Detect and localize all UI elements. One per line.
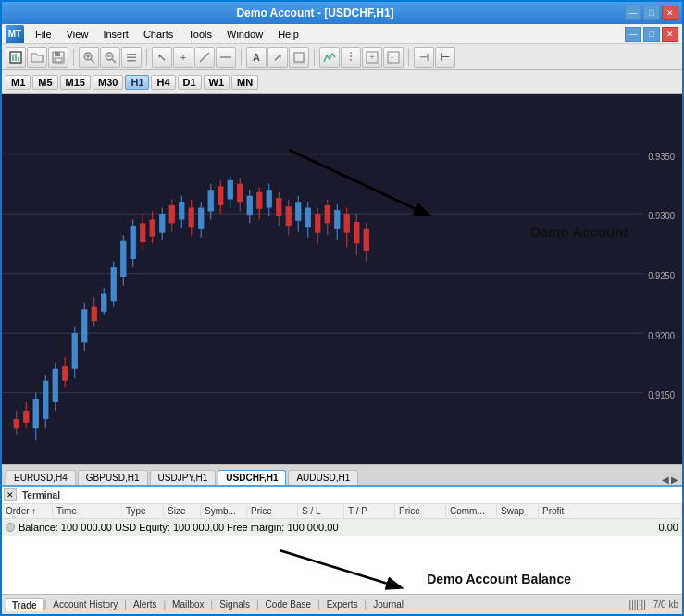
period-sep-button[interactable] bbox=[341, 47, 361, 68]
svg-rect-102 bbox=[344, 214, 350, 233]
svg-text:0.9150: 0.9150 bbox=[648, 388, 675, 400]
chart-zoom-in[interactable]: + bbox=[362, 47, 382, 68]
crosshair-button[interactable]: + bbox=[173, 47, 193, 68]
inner-minimize-button[interactable]: — bbox=[625, 27, 641, 42]
svg-rect-72 bbox=[198, 208, 204, 229]
balance-text: Balance: 100 000.00 USD Equity: 100 000.… bbox=[19, 522, 339, 533]
bottom-tab-codebase[interactable]: Code Base bbox=[260, 598, 317, 610]
chart-zoom-out[interactable]: - bbox=[383, 47, 404, 68]
svg-rect-16 bbox=[127, 60, 136, 62]
toolbar-group-6: ⊣ ⊢ bbox=[414, 47, 455, 68]
chart-tabs-prev[interactable]: ◀ bbox=[662, 474, 669, 485]
svg-rect-86 bbox=[267, 190, 272, 207]
chart-tab-eurusd[interactable]: EURUSD,H4 bbox=[6, 470, 76, 485]
chart-tab-usdjpy[interactable]: USDJPY,H1 bbox=[150, 470, 217, 485]
bottom-tab-journal[interactable]: Journal bbox=[367, 598, 409, 610]
th-time: Time bbox=[53, 505, 122, 517]
tf-mn[interactable]: MN bbox=[231, 75, 258, 90]
bottom-tab-mailbox[interactable]: Mailbox bbox=[167, 598, 209, 610]
toolbar-group-5: + - bbox=[319, 47, 404, 68]
bottom-tab-experts[interactable]: Experts bbox=[321, 598, 364, 610]
main-window: Demo Account - [USDCHF,H1] — □ ✕ MT File… bbox=[0, 0, 684, 616]
tf-h1[interactable]: H1 bbox=[125, 75, 149, 90]
tf-m15[interactable]: M15 bbox=[60, 75, 91, 90]
menu-tools[interactable]: Tools bbox=[180, 27, 219, 42]
menu-bar: MT File View Insert Charts Tools Window … bbox=[2, 24, 682, 44]
sep-4: | bbox=[211, 599, 214, 610]
svg-rect-74 bbox=[208, 190, 214, 211]
hline-button[interactable]: — bbox=[216, 47, 236, 68]
bottom-tab-alerts[interactable]: Alerts bbox=[128, 598, 163, 610]
toolbar-group-2 bbox=[79, 47, 142, 68]
new-chart-button[interactable] bbox=[6, 47, 26, 68]
svg-rect-54 bbox=[111, 267, 117, 301]
tf-w1[interactable]: W1 bbox=[204, 75, 230, 90]
tf-m1[interactable]: M1 bbox=[6, 75, 31, 90]
chart-area[interactable]: 0.9350 0.9300 0.9250 0.9200 0.9150 Demo … bbox=[2, 94, 682, 464]
chart-tab-audusd[interactable]: AUDUSD,H1 bbox=[288, 470, 358, 485]
status-storage: 7/0 kb bbox=[653, 599, 678, 610]
timeframe-toolbar: M1 M5 M15 M30 H1 H4 D1 W1 MN bbox=[2, 70, 682, 94]
chart-tabs-next[interactable]: ▶ bbox=[671, 474, 678, 485]
svg-rect-6 bbox=[55, 58, 62, 62]
menu-help[interactable]: Help bbox=[270, 27, 306, 42]
th-symbol: Symb... bbox=[201, 505, 247, 517]
minimize-button[interactable]: — bbox=[625, 6, 641, 20]
zoom-in-button[interactable] bbox=[79, 47, 99, 68]
inner-restore-button[interactable]: □ bbox=[643, 27, 660, 42]
bottom-tab-trade[interactable]: Trade bbox=[6, 598, 44, 611]
menu-window[interactable]: Window bbox=[219, 27, 270, 42]
chart-svg: 0.9350 0.9300 0.9250 0.9200 0.9150 bbox=[2, 94, 682, 464]
tf-m30[interactable]: M30 bbox=[93, 75, 123, 90]
bottom-tab-signals[interactable]: Signals bbox=[214, 598, 255, 610]
maximize-button[interactable]: □ bbox=[643, 6, 660, 20]
tf-m5[interactable]: M5 bbox=[32, 75, 57, 90]
th-profit: Profit bbox=[539, 505, 682, 517]
sep-6: | bbox=[317, 599, 320, 610]
line-button[interactable] bbox=[194, 47, 215, 68]
bottom-tabs: Trade | Account History | Alerts | Mailb… bbox=[2, 594, 682, 614]
open-button[interactable] bbox=[27, 47, 47, 68]
bottom-tab-account-history[interactable]: Account History bbox=[47, 598, 123, 610]
inner-close-button[interactable]: ✕ bbox=[662, 27, 678, 42]
chart-fwd-button[interactable]: ⊢ bbox=[435, 47, 455, 68]
svg-rect-94 bbox=[305, 208, 311, 228]
arrow-button[interactable]: ↗ bbox=[267, 47, 288, 68]
cursor-button[interactable]: ↖ bbox=[152, 47, 172, 68]
svg-rect-76 bbox=[218, 186, 223, 205]
properties-button[interactable] bbox=[121, 47, 142, 68]
demo-account-label: Demo Account bbox=[530, 224, 628, 240]
terminal-close-button[interactable]: ✕ bbox=[4, 488, 17, 501]
svg-line-17 bbox=[200, 53, 209, 62]
toolbar-group-3: ↖ + — bbox=[152, 47, 236, 68]
th-comm: Comm... bbox=[446, 505, 497, 517]
terminal-header-row: ✕ Terminal bbox=[2, 487, 682, 504]
svg-line-12 bbox=[112, 59, 116, 63]
menu-insert[interactable]: Insert bbox=[95, 27, 136, 42]
svg-rect-56 bbox=[120, 241, 126, 277]
chart-back-button[interactable]: ⊣ bbox=[414, 47, 434, 68]
close-button[interactable]: ✕ bbox=[662, 6, 678, 20]
svg-rect-84 bbox=[256, 192, 262, 209]
window-title: Demo Account - [USDCHF,H1] bbox=[6, 6, 625, 19]
demo-balance-annotation: Demo Account Balance bbox=[427, 572, 571, 586]
tf-d1[interactable]: D1 bbox=[178, 75, 202, 90]
chart-tab-usdchf[interactable]: USDCHF,H1 bbox=[218, 470, 286, 485]
svg-rect-42 bbox=[53, 369, 58, 402]
menu-view[interactable]: View bbox=[59, 27, 96, 42]
shapes-button[interactable] bbox=[289, 47, 309, 68]
svg-rect-70 bbox=[189, 208, 194, 228]
menu-file[interactable]: File bbox=[28, 27, 59, 42]
chart-tab-gbpusd[interactable]: GBPUSD,H1 bbox=[78, 470, 148, 485]
save-button[interactable] bbox=[48, 47, 68, 68]
menu-charts[interactable]: Charts bbox=[136, 27, 180, 42]
tf-h4[interactable]: H4 bbox=[151, 75, 175, 90]
zoom-out-button[interactable] bbox=[100, 47, 120, 68]
svg-rect-106 bbox=[364, 229, 369, 251]
profit-value: 0.00 bbox=[659, 522, 678, 533]
terminal-label: Terminal bbox=[19, 488, 64, 502]
indicator-button[interactable] bbox=[319, 47, 340, 68]
th-type: Type bbox=[122, 505, 164, 517]
text-button[interactable]: A bbox=[246, 47, 267, 68]
svg-rect-5 bbox=[55, 52, 60, 56]
